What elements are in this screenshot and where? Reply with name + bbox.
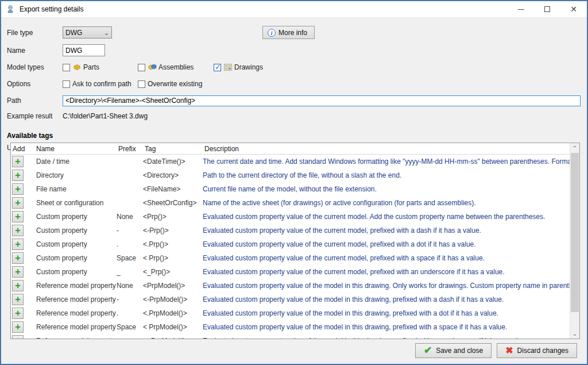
add-tag-button[interactable]: + — [12, 252, 24, 264]
tag-value: <.Prp()> — [143, 240, 203, 248]
tag-description: Evaluated custom property value of the c… — [203, 213, 570, 221]
close-button[interactable]: ✕ — [560, 1, 587, 17]
overwrite-existing-box — [138, 80, 145, 88]
tag-description: Evaluated custom property value of the c… — [203, 226, 570, 235]
tag-value: <PrpModel()> — [143, 282, 203, 290]
plus-icon: + — [15, 198, 21, 207]
table-row: +Custom property.<.Prp()>Evaluated custo… — [11, 237, 570, 251]
path-row: Path — [7, 95, 581, 106]
assemblies-label: Assemblies — [158, 63, 194, 71]
tag-name: Custom property — [33, 268, 117, 276]
column-header-description: Description — [203, 145, 570, 153]
tag-value: <-PrpModel()> — [143, 295, 203, 303]
tag-name: Custom property — [33, 213, 117, 221]
tag-value: < PrpModel()> — [143, 323, 203, 331]
add-tag-button[interactable]: + — [12, 266, 24, 278]
file-type-label: File type — [7, 29, 63, 37]
tag-value: <Prp()> — [143, 213, 203, 221]
table-row: +Custom propertyNone<Prp()>Evaluated cus… — [11, 210, 570, 224]
tag-description: Evaluated custom property value of the m… — [203, 323, 570, 331]
ask-to-confirm-path-label: Ask to confirm path — [72, 80, 131, 88]
parts-label: Parts — [83, 63, 99, 71]
name-label: Name — [7, 47, 63, 55]
add-tag-button[interactable]: + — [12, 156, 24, 167]
chevron-down-icon: ⌄ — [104, 30, 109, 36]
scroll-up-icon[interactable]: ⌃ — [570, 143, 579, 153]
maximize-icon — [544, 6, 550, 12]
save-and-close-button[interactable]: ✔ Save and close — [415, 343, 492, 358]
add-tag-button[interactable]: + — [12, 280, 24, 291]
tag-value: <SheetOrConfig> — [143, 199, 203, 207]
close-icon: ✕ — [570, 5, 577, 14]
plus-icon: + — [15, 157, 21, 166]
part-icon — [72, 63, 82, 72]
tag-name: Directory — [33, 171, 117, 179]
add-tag-button[interactable]: + — [12, 170, 24, 181]
add-tag-button[interactable]: + — [12, 211, 24, 222]
model-types-label: Model types — [7, 63, 63, 71]
name-input[interactable] — [63, 44, 105, 56]
tag-name: Sheet or configuration — [33, 199, 117, 207]
plus-icon: + — [15, 281, 21, 290]
export-setting-details-dialog: Export setting details ✕ File type DWG ⌄… — [0, 0, 588, 365]
footer: ✔ Save and close ✖ Discard changes — [1, 337, 587, 364]
add-tag-button[interactable]: + — [12, 225, 24, 236]
tag-name: Reference model property — [33, 323, 117, 331]
assembly-icon — [148, 63, 157, 72]
tag-name: Date / time — [33, 157, 117, 166]
file-type-dropdown[interactable]: DWG ⌄ — [63, 26, 112, 39]
table-row: +Custom property-<-Prp()>Evaluated custo… — [11, 224, 570, 237]
tag-value: <_Prp()> — [143, 268, 203, 276]
minimize-button[interactable] — [508, 1, 534, 17]
tag-description: Path to the current directory of the fil… — [203, 171, 570, 179]
file-type-value: DWG — [65, 29, 104, 37]
table-row: +Reference model propertySpace< PrpModel… — [11, 320, 570, 334]
parts-checkbox-box — [63, 64, 70, 71]
add-tag-button[interactable]: + — [12, 183, 24, 195]
plus-icon: + — [15, 267, 21, 276]
discard-changes-button[interactable]: ✖ Discard changes — [497, 343, 577, 358]
options-row: Options Ask to confirm path Overwrite ex… — [7, 78, 581, 90]
export-form: File type DWG ⌄ i More info Name Model t… — [1, 18, 587, 122]
tag-name: Custom property — [33, 226, 117, 235]
assemblies-checkbox[interactable]: Assemblies — [138, 63, 214, 72]
tag-name: Custom property — [33, 240, 117, 248]
parts-checkbox[interactable]: Parts — [63, 63, 138, 72]
tag-prefix: Space — [117, 323, 143, 331]
scrollbar-thumb[interactable] — [571, 153, 579, 312]
tag-value: <.PrpModel()> — [143, 309, 203, 317]
more-info-button[interactable]: i More info — [262, 26, 315, 39]
maximize-button[interactable] — [534, 1, 560, 17]
minimize-icon — [518, 9, 524, 10]
tags-table: Add Name Prefix Tag Description +Date / … — [10, 143, 580, 339]
plus-icon: + — [15, 240, 21, 248]
plus-icon: + — [15, 295, 21, 303]
app-mascot-icon — [6, 5, 15, 14]
drawings-checkbox-box: ✓ — [214, 64, 221, 71]
plus-icon: + — [15, 185, 21, 193]
tag-description: Name of the active sheet (for drawings) … — [203, 199, 570, 207]
info-icon: i — [268, 29, 276, 37]
table-row: +Reference model property-<-PrpModel()>E… — [11, 293, 570, 306]
add-tag-button[interactable]: + — [12, 239, 24, 250]
tag-prefix: None — [117, 282, 143, 290]
example-result-row: Example result C:\folder\Part1-Sheet 3.d… — [7, 110, 581, 122]
tag-table-body: +Date / time<DateTime()>The current date… — [11, 155, 570, 339]
add-tag-button[interactable]: + — [12, 294, 24, 305]
drawings-checkbox[interactable]: ✓ Drawings — [214, 63, 263, 72]
check-icon: ✓ — [215, 63, 221, 71]
column-header-name: Name — [33, 145, 117, 153]
overwrite-existing-checkbox[interactable]: Overwrite existing — [138, 80, 202, 88]
ask-to-confirm-path-checkbox[interactable]: Ask to confirm path — [63, 80, 138, 88]
add-tag-button[interactable]: + — [12, 308, 24, 319]
path-input[interactable] — [63, 95, 581, 106]
tag-description: Current file name of the model, without … — [203, 185, 570, 193]
example-result-label: Example result — [7, 112, 63, 120]
add-tag-button[interactable]: + — [12, 321, 24, 333]
tag-description: Evaluated custom property value of the m… — [203, 309, 570, 317]
plus-icon: + — [15, 309, 21, 317]
tag-name: File name — [33, 185, 117, 193]
plus-icon: + — [15, 253, 21, 262]
add-tag-button[interactable]: + — [12, 197, 24, 209]
table-scrollbar[interactable]: ⌃ ⌄ — [570, 143, 579, 339]
